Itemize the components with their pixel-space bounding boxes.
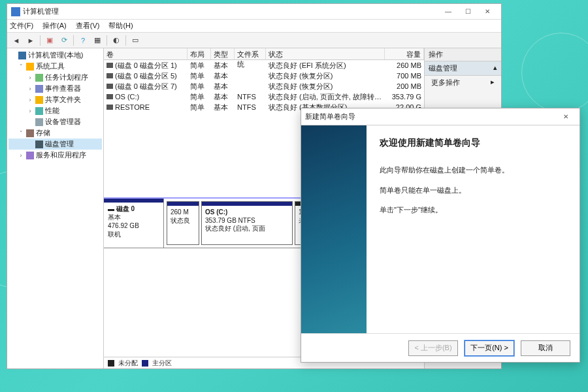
- help-button[interactable]: ?: [76, 34, 90, 47]
- disk-label: 磁盘 0: [116, 205, 135, 212]
- close-button[interactable]: ✕: [478, 6, 497, 18]
- fwd-button[interactable]: ►: [24, 34, 37, 47]
- volume-row[interactable]: (磁盘 0 磁盘分区 7)简单基本状态良好 (恢复分区)200 MB: [104, 81, 424, 91]
- menu-view[interactable]: 查看(V): [76, 21, 100, 31]
- menubar: 文件(F) 操作(A) 查看(V) 帮助(H): [7, 20, 501, 33]
- wizard-content: 欢迎使用新建简单卷向导 此向导帮助你在磁盘上创建一个简单卷。 简单卷只能在单一磁…: [367, 125, 580, 333]
- tree-storage[interactable]: ˅存储: [8, 127, 102, 139]
- tree-label: 系统工具: [36, 61, 65, 71]
- legend-swatch-unalloc: [108, 360, 114, 367]
- volume-list-header[interactable]: 卷 布局 类型 文件系统 状态 容量: [104, 48, 424, 60]
- col-fs[interactable]: 文件系统: [235, 48, 266, 59]
- volume-row[interactable]: (磁盘 0 磁盘分区 1)简单基本状态良好 (EFI 系统分区)260 MB: [104, 60, 424, 71]
- partition[interactable]: OS (C:)353.79 GB NTFS状态良好 (启动, 页面: [201, 201, 293, 245]
- volume-row[interactable]: OS (C:)简单基本NTFS状态良好 (启动, 页面文件, 故障转储, 基本数…: [104, 91, 424, 102]
- collapse-icon: ▴: [493, 63, 497, 73]
- col-name[interactable]: 卷: [104, 48, 188, 59]
- tree-label: 性能: [45, 106, 59, 116]
- tree-label: 事件查看器: [45, 84, 81, 93]
- toolbar: ◄ ► ▣ ⟳ ? ▦ ◐ ▭: [7, 33, 501, 48]
- chevron-right-icon: ▸: [491, 78, 495, 88]
- tree-systools[interactable]: ˅系统工具: [8, 61, 102, 72]
- wizard-heading: 欢迎使用新建简单卷向导: [380, 137, 566, 149]
- volume-row[interactable]: (磁盘 0 磁盘分区 5)简单基本状态良好 (恢复分区)700 MB: [104, 71, 424, 81]
- wizard-body: 欢迎使用新建简单卷向导 此向导帮助你在磁盘上创建一个简单卷。 简单卷只能在单一磁…: [301, 125, 580, 333]
- tree-share[interactable]: ›共享文件夹: [8, 94, 102, 105]
- tree-label: 存储: [36, 128, 50, 138]
- disk-type: 基本: [108, 214, 121, 221]
- col-type[interactable]: 类型: [211, 48, 235, 59]
- nav-tree[interactable]: 计算机管理(本地) ˅系统工具 ›任务计划程序 ›事件查看器 ›共享文件夹 ›性…: [7, 48, 104, 368]
- tool-icon[interactable]: ◐: [110, 34, 123, 47]
- actions-header: 操作: [425, 48, 501, 61]
- tree-label: 任务计划程序: [45, 73, 88, 82]
- tree-label: 共享文件夹: [45, 95, 81, 105]
- separator: [106, 35, 107, 46]
- menu-help[interactable]: 帮助(H): [108, 21, 133, 31]
- separator: [40, 35, 41, 46]
- titlebar[interactable]: 计算机管理 — ☐ ✕: [7, 4, 501, 20]
- col-status[interactable]: 状态: [266, 48, 385, 59]
- refresh-button[interactable]: ⟳: [57, 34, 71, 47]
- col-cap[interactable]: 容量: [385, 48, 424, 59]
- legend-swatch-primary: [142, 360, 148, 367]
- disk-info[interactable]: ▬ 磁盘 0 基本 476.92 GB 联机: [104, 199, 164, 248]
- tree-dev[interactable]: 设备管理器: [8, 116, 102, 127]
- menu-action[interactable]: 操作(A): [42, 21, 67, 31]
- wizard-text: 简单卷只能在单一磁盘上。: [380, 185, 566, 196]
- col-layout[interactable]: 布局: [188, 48, 211, 59]
- tree-perf[interactable]: ›性能: [8, 105, 102, 116]
- wizard-back-button: < 上一步(B): [408, 340, 458, 356]
- partition[interactable]: 260 M状态良: [167, 201, 199, 245]
- tree-label: 服务和应用程序: [36, 150, 86, 160]
- maximize-button[interactable]: ☐: [458, 6, 478, 18]
- wizard-banner: [301, 125, 367, 333]
- tree-label: 磁盘管理: [45, 139, 74, 149]
- tree-diskmgmt[interactable]: 磁盘管理: [8, 139, 102, 150]
- window-title: 计算机管理: [23, 7, 438, 16]
- wizard-cancel-button[interactable]: 取消: [521, 340, 570, 356]
- wizard-title: 新建简单卷向导: [305, 112, 556, 122]
- wizard-text: 此向导帮助你在磁盘上创建一个简单卷。: [380, 165, 566, 176]
- tool-icon[interactable]: ▦: [91, 34, 104, 47]
- tool-icon[interactable]: ▭: [129, 34, 142, 47]
- separator: [125, 35, 126, 46]
- disk-size: 476.92 GB: [108, 222, 139, 229]
- tree-root[interactable]: 计算机管理(本地): [8, 50, 102, 61]
- volume-list[interactable]: (磁盘 0 磁盘分区 1)简单基本状态良好 (EFI 系统分区)260 MB(磁…: [104, 60, 424, 112]
- actions-section[interactable]: 磁盘管理▴: [425, 61, 501, 76]
- legend-primary: 主分区: [152, 359, 172, 368]
- wizard-buttons: < 上一步(B) 下一页(N) > 取消: [301, 333, 580, 362]
- new-volume-wizard-dialog: 新建简单卷向导 ✕ 欢迎使用新建简单卷向导 此向导帮助你在磁盘上创建一个简单卷。…: [301, 108, 580, 363]
- back-button[interactable]: ◄: [10, 34, 23, 47]
- tree-label: 设备管理器: [45, 117, 81, 127]
- separator: [73, 35, 74, 46]
- wizard-titlebar[interactable]: 新建简单卷向导 ✕: [301, 108, 580, 125]
- wizard-text: 单击"下一步"继续。: [380, 204, 566, 216]
- legend-unalloc: 未分配: [118, 359, 138, 368]
- actions-more[interactable]: 更多操作▸: [425, 76, 501, 90]
- tree-label: 计算机管理(本地): [28, 50, 83, 60]
- wizard-next-button[interactable]: 下一页(N) >: [465, 340, 514, 356]
- menu-file[interactable]: 文件(F): [10, 21, 33, 31]
- tree-services[interactable]: ›服务和应用程序: [8, 150, 102, 161]
- disk-state: 联机: [108, 231, 121, 238]
- tree-task[interactable]: ›任务计划程序: [8, 72, 102, 83]
- app-icon: [11, 7, 20, 16]
- wizard-close-button[interactable]: ✕: [556, 111, 576, 123]
- minimize-button[interactable]: —: [438, 6, 458, 18]
- tool-icon[interactable]: ▣: [43, 34, 56, 47]
- tree-event[interactable]: ›事件查看器: [8, 83, 102, 94]
